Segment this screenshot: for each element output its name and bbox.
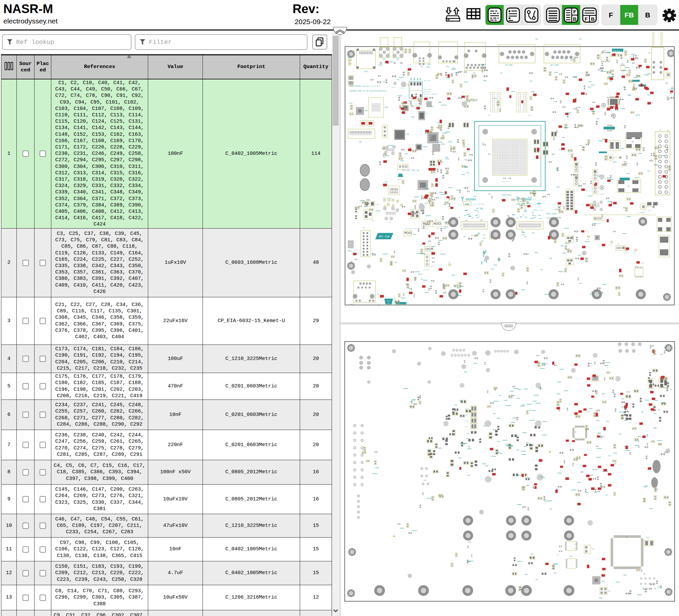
svg-text:J69: J69	[350, 304, 353, 305]
svg-text:D2: D2	[658, 204, 660, 205]
svg-text:F: F	[584, 16, 587, 22]
svg-text:R363: R363	[483, 238, 486, 239]
svg-text:U30: U30	[385, 107, 388, 108]
svg-text:R371 R373: R371 R373	[536, 209, 543, 211]
svg-text:C110: C110	[376, 204, 379, 205]
svg-text:C151 SW4: C151 SW4	[423, 80, 430, 81]
svg-text:R370: R370	[641, 263, 645, 264]
svg-text:SYZYGY: SYZYGY	[466, 198, 477, 201]
svg-text:BOOT: BOOT	[387, 300, 390, 302]
svg-text:TP12: TP12	[448, 262, 451, 263]
svg-text:R97: R97	[394, 298, 397, 299]
svg-text:B: B	[591, 16, 595, 22]
svg-text:TP41: TP41	[633, 252, 637, 254]
svg-text:U53: U53	[621, 63, 624, 64]
svg-text:B: B	[573, 16, 577, 22]
svg-text:R95: R95	[377, 294, 380, 295]
svg-text:003x QSPI: 003x QSPI	[423, 91, 431, 93]
svg-text:JP6: JP6	[665, 82, 668, 84]
svg-text:CLK_CTL_I2C 3V: CLK_CTL_I2C 3V	[402, 169, 419, 172]
svg-text:R364: R364	[483, 234, 486, 236]
svg-text:+12VEXT: +12VEXT	[599, 193, 605, 195]
svg-text:J20: J20	[359, 141, 361, 143]
svg-text:J18: J18	[579, 38, 581, 40]
svg-text:C77: C77	[574, 548, 577, 549]
svg-text:J16: J16	[446, 66, 449, 67]
svg-text:C71: C71	[646, 537, 649, 539]
svg-text:C79: C79	[574, 544, 577, 545]
svg-text:U25: U25	[488, 153, 490, 155]
svg-text:SEL: SEL	[388, 303, 390, 304]
svg-text:U7: U7	[625, 536, 627, 538]
svg-text:J6: J6	[580, 180, 582, 181]
svg-text:C216: C216	[465, 420, 468, 422]
svg-text:0b79528 2025-11-29 Fletched Ba: 0b79528 2025-11-29 Fletched Bastard	[349, 90, 386, 92]
svg-text:C270: C270	[349, 103, 352, 104]
svg-text:U13: U13	[569, 556, 572, 557]
svg-text:MCU UART: MCU UART	[551, 64, 559, 66]
svg-text:JP1: JP1	[347, 57, 350, 58]
svg-text:TP14: TP14	[400, 88, 404, 89]
svg-text:FW: FW	[628, 186, 630, 187]
svg-text:TP11: TP11	[384, 181, 388, 183]
svg-text:U66: U66	[602, 580, 604, 582]
svg-text:J7: J7	[363, 227, 365, 229]
svg-text:FW: FW	[632, 141, 634, 143]
svg-text:Y6: Y6	[608, 590, 610, 592]
svg-text:ZYNQ PW EN: ZYNQ PW EN	[613, 50, 620, 51]
svg-text:J10: J10	[567, 188, 569, 189]
svg-text:VIO +1.8V max: VIO +1.8V max	[473, 203, 484, 205]
svg-text:J24: J24	[473, 72, 476, 74]
svg-text:J14: J14	[396, 58, 399, 60]
svg-text:R87: R87	[351, 261, 353, 262]
svg-text:J10: J10	[535, 38, 538, 40]
svg-text:R21: R21	[648, 210, 651, 211]
svg-text:Y2: Y2	[592, 548, 594, 550]
svg-text:C215: C215	[465, 414, 468, 416]
svg-text:TP36: TP36	[624, 252, 627, 254]
svg-text:U19: U19	[603, 50, 606, 52]
svg-text:J8: J8	[389, 221, 391, 223]
svg-text:TP13: TP13	[392, 87, 395, 88]
svg-text:R179: R179	[431, 266, 434, 267]
svg-text:C406: C406	[635, 266, 639, 267]
svg-text:J8: J8	[580, 167, 582, 168]
svg-text:J17: J17	[420, 66, 423, 67]
svg-text:U9: U9	[570, 538, 572, 540]
svg-text:952x JTAG: 952x JTAG	[423, 89, 431, 90]
svg-text:J29: J29	[617, 243, 620, 245]
svg-text:S1: S1	[648, 52, 650, 54]
svg-text:J34: J34	[424, 219, 426, 220]
svg-text:IC8: IC8	[425, 113, 428, 114]
svg-text:011x SD Card/EMMC: 011x SD Card/EMMC	[423, 94, 437, 95]
svg-text:STATUS: STATUS	[397, 179, 401, 180]
svg-text:C91: C91	[557, 554, 559, 555]
svg-text:C133: C133	[378, 64, 382, 66]
svg-text:TP37: TP37	[609, 244, 612, 246]
svg-text:CN11: CN11	[599, 597, 603, 599]
svg-text:C217: C217	[465, 426, 468, 427]
svg-text:U40: U40	[365, 110, 367, 112]
svg-text:J1: J1	[659, 129, 661, 131]
svg-text:FL_PROG_B: FL_PROG_B	[637, 212, 645, 213]
svg-text:I2C_MCU: I2C_MCU	[423, 269, 429, 270]
svg-text:J13: J13	[382, 58, 385, 60]
svg-text:NASR SYZYGY carrier v.0 0.8.5: NASR SYZYGY carrier v.0 0.8.5	[349, 85, 380, 88]
svg-text:TP43: TP43	[586, 239, 589, 240]
svg-text:C6: C6	[351, 251, 352, 252]
svg-text:F: F	[573, 9, 576, 14]
svg-text:U36: U36	[407, 133, 409, 135]
svg-text:I2C0 3V3: I2C0 3V3	[421, 228, 428, 229]
svg-text:J35: J35	[434, 219, 437, 220]
svg-text:R184 R183: R184 R183	[502, 181, 510, 182]
svg-text:TP23 TP19TP17: TP23 TP19TP17	[382, 197, 392, 199]
svg-text:G27: G27	[488, 115, 490, 116]
svg-text:U4B: U4B	[489, 231, 491, 233]
svg-text:G29: G29	[528, 115, 531, 116]
svg-text:U13: U13	[371, 220, 374, 221]
svg-text:R124: R124	[390, 61, 393, 63]
svg-text:R180: R180	[482, 142, 485, 144]
svg-text:PS UART: PS UART	[506, 64, 513, 66]
svg-text:MCU I2C UV 3V3: MCU I2C UV 3V3	[405, 228, 416, 229]
svg-text:SW2: SW2	[378, 305, 380, 307]
